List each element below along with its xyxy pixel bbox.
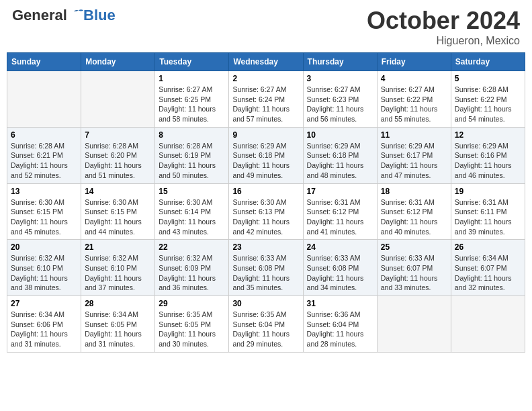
calendar-cell: 12Sunrise: 6:29 AM Sunset: 6:16 PM Dayli… (451, 127, 525, 183)
calendar-cell: 26Sunrise: 6:34 AM Sunset: 6:07 PM Dayli… (451, 240, 525, 296)
day-info: Sunrise: 6:36 AM Sunset: 6:04 PM Dayligh… (307, 310, 373, 349)
day-number: 20 (11, 242, 77, 252)
calendar-cell: 17Sunrise: 6:31 AM Sunset: 6:12 PM Dayli… (303, 183, 377, 240)
calendar-cell: 9Sunrise: 6:29 AM Sunset: 6:18 PM Daylig… (229, 127, 303, 183)
day-number: 17 (307, 187, 373, 196)
weekday-header-row: SundayMondayTuesdayWednesdayThursdayFrid… (7, 53, 525, 71)
calendar-cell: 16Sunrise: 6:30 AM Sunset: 6:13 PM Dayli… (229, 183, 303, 240)
day-info: Sunrise: 6:28 AM Sunset: 6:21 PM Dayligh… (11, 141, 77, 181)
day-number: 18 (381, 187, 447, 196)
day-number: 8 (159, 130, 225, 140)
day-info: Sunrise: 6:30 AM Sunset: 6:15 PM Dayligh… (11, 197, 77, 237)
day-info: Sunrise: 6:31 AM Sunset: 6:12 PM Dayligh… (381, 197, 447, 237)
calendar-week-2: 6Sunrise: 6:28 AM Sunset: 6:21 PM Daylig… (7, 127, 525, 183)
day-info: Sunrise: 6:32 AM Sunset: 6:10 PM Dayligh… (85, 253, 151, 293)
calendar-cell: 2Sunrise: 6:27 AM Sunset: 6:24 PM Daylig… (229, 71, 303, 128)
calendar-cell: 18Sunrise: 6:31 AM Sunset: 6:12 PM Dayli… (377, 183, 451, 240)
calendar-cell (451, 296, 525, 353)
day-number: 31 (307, 299, 373, 308)
day-info: Sunrise: 6:31 AM Sunset: 6:12 PM Dayligh… (307, 197, 373, 237)
logo: General Blue (12, 7, 116, 24)
day-number: 21 (85, 242, 151, 252)
day-info: Sunrise: 6:29 AM Sunset: 6:17 PM Dayligh… (381, 141, 447, 181)
calendar-cell: 8Sunrise: 6:28 AM Sunset: 6:19 PM Daylig… (155, 127, 229, 183)
calendar-cell: 5Sunrise: 6:28 AM Sunset: 6:22 PM Daylig… (451, 71, 525, 128)
calendar-cell: 4Sunrise: 6:27 AM Sunset: 6:22 PM Daylig… (377, 71, 451, 128)
day-number: 26 (455, 242, 521, 252)
day-number: 9 (232, 130, 299, 140)
title-block: October 2024 Higueron, Mexico (367, 7, 520, 47)
logo-general-text: General (12, 7, 67, 24)
calendar-cell: 1Sunrise: 6:27 AM Sunset: 6:25 PM Daylig… (155, 71, 229, 128)
day-info: Sunrise: 6:29 AM Sunset: 6:18 PM Dayligh… (307, 141, 373, 181)
day-info: Sunrise: 6:33 AM Sunset: 6:07 PM Dayligh… (381, 253, 447, 293)
calendar-cell (81, 71, 155, 128)
weekday-header-monday: Monday (81, 53, 155, 71)
day-info: Sunrise: 6:32 AM Sunset: 6:09 PM Dayligh… (159, 253, 225, 293)
day-number: 2 (232, 74, 299, 83)
calendar-cell: 28Sunrise: 6:34 AM Sunset: 6:05 PM Dayli… (81, 296, 155, 353)
day-info: Sunrise: 6:30 AM Sunset: 6:13 PM Dayligh… (232, 197, 299, 237)
day-number: 4 (381, 74, 447, 83)
day-number: 15 (159, 187, 225, 196)
weekday-header-sunday: Sunday (7, 53, 81, 71)
calendar-cell: 14Sunrise: 6:30 AM Sunset: 6:15 PM Dayli… (81, 183, 155, 240)
location: Higueron, Mexico (367, 35, 520, 47)
calendar-cell: 30Sunrise: 6:35 AM Sunset: 6:04 PM Dayli… (229, 296, 303, 353)
calendar-cell: 6Sunrise: 6:28 AM Sunset: 6:21 PM Daylig… (7, 127, 81, 183)
weekday-header-saturday: Saturday (451, 53, 525, 71)
day-info: Sunrise: 6:29 AM Sunset: 6:16 PM Dayligh… (455, 141, 521, 181)
day-number: 14 (85, 187, 151, 196)
day-info: Sunrise: 6:34 AM Sunset: 6:07 PM Dayligh… (455, 253, 521, 293)
day-number: 11 (381, 130, 447, 140)
calendar-cell: 10Sunrise: 6:29 AM Sunset: 6:18 PM Dayli… (303, 127, 377, 183)
calendar-cell: 29Sunrise: 6:35 AM Sunset: 6:05 PM Dayli… (155, 296, 229, 353)
calendar-cell (377, 296, 451, 353)
day-info: Sunrise: 6:34 AM Sunset: 6:06 PM Dayligh… (11, 310, 77, 349)
day-number: 13 (11, 187, 77, 196)
calendar-cell: 15Sunrise: 6:30 AM Sunset: 6:14 PM Dayli… (155, 183, 229, 240)
day-number: 1 (159, 74, 225, 83)
day-info: Sunrise: 6:30 AM Sunset: 6:14 PM Dayligh… (159, 197, 225, 237)
weekday-header-tuesday: Tuesday (155, 53, 229, 71)
calendar-cell: 25Sunrise: 6:33 AM Sunset: 6:07 PM Dayli… (377, 240, 451, 296)
calendar-cell (7, 71, 81, 128)
day-number: 28 (85, 299, 151, 308)
page-header: General Blue October 2024 Higueron, Mexi… (7, 7, 525, 47)
day-info: Sunrise: 6:35 AM Sunset: 6:05 PM Dayligh… (159, 310, 225, 349)
day-info: Sunrise: 6:27 AM Sunset: 6:25 PM Dayligh… (159, 85, 225, 124)
calendar-cell: 23Sunrise: 6:33 AM Sunset: 6:08 PM Dayli… (229, 240, 303, 296)
day-info: Sunrise: 6:29 AM Sunset: 6:18 PM Dayligh… (232, 141, 299, 181)
day-number: 29 (159, 299, 225, 308)
day-number: 6 (11, 130, 77, 140)
day-number: 16 (232, 187, 299, 196)
day-info: Sunrise: 6:27 AM Sunset: 6:24 PM Dayligh… (232, 85, 299, 124)
calendar-cell: 20Sunrise: 6:32 AM Sunset: 6:10 PM Dayli… (7, 240, 81, 296)
calendar-cell: 27Sunrise: 6:34 AM Sunset: 6:06 PM Dayli… (7, 296, 81, 353)
logo-general: General (12, 7, 83, 24)
day-info: Sunrise: 6:27 AM Sunset: 6:23 PM Dayligh… (307, 85, 373, 124)
calendar-cell: 3Sunrise: 6:27 AM Sunset: 6:23 PM Daylig… (303, 71, 377, 128)
day-number: 19 (455, 187, 521, 196)
day-info: Sunrise: 6:28 AM Sunset: 6:20 PM Dayligh… (85, 141, 151, 181)
month-title: October 2024 (367, 7, 520, 35)
day-number: 24 (307, 242, 373, 252)
calendar-cell: 13Sunrise: 6:30 AM Sunset: 6:15 PM Dayli… (7, 183, 81, 240)
calendar-cell: 31Sunrise: 6:36 AM Sunset: 6:04 PM Dayli… (303, 296, 377, 353)
day-number: 5 (455, 74, 521, 83)
weekday-header-friday: Friday (377, 53, 451, 71)
calendar-cell: 24Sunrise: 6:33 AM Sunset: 6:08 PM Dayli… (303, 240, 377, 296)
weekday-header-wednesday: Wednesday (229, 53, 303, 71)
calendar-week-1: 1Sunrise: 6:27 AM Sunset: 6:25 PM Daylig… (7, 71, 525, 128)
day-number: 22 (159, 242, 225, 252)
day-info: Sunrise: 6:28 AM Sunset: 6:22 PM Dayligh… (455, 85, 521, 124)
day-info: Sunrise: 6:35 AM Sunset: 6:04 PM Dayligh… (232, 310, 299, 349)
calendar-cell: 19Sunrise: 6:31 AM Sunset: 6:11 PM Dayli… (451, 183, 525, 240)
day-info: Sunrise: 6:31 AM Sunset: 6:11 PM Dayligh… (455, 197, 521, 237)
day-number: 7 (85, 130, 151, 140)
logo-blue-text: Blue (83, 7, 116, 24)
day-number: 3 (307, 74, 373, 83)
day-info: Sunrise: 6:28 AM Sunset: 6:19 PM Dayligh… (159, 141, 225, 181)
calendar-week-5: 27Sunrise: 6:34 AM Sunset: 6:06 PM Dayli… (7, 296, 525, 353)
day-info: Sunrise: 6:30 AM Sunset: 6:15 PM Dayligh… (85, 197, 151, 237)
